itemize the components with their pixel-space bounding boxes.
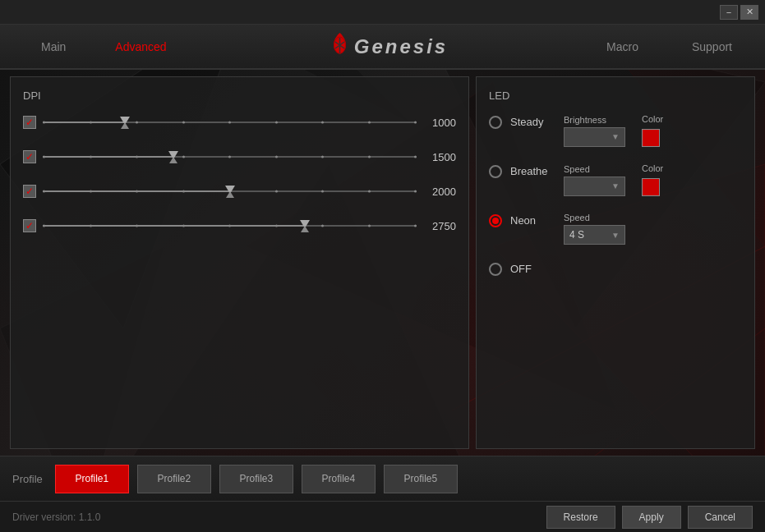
dropdown-arrow-icon: ▼	[611, 231, 620, 240]
breathe-color-label: Color	[642, 163, 663, 173]
slider-dot	[321, 190, 324, 193]
led-neon-row: Neon Speed 4 S ▼	[489, 213, 742, 245]
slider-dot	[414, 225, 417, 227]
dpi-slider-4[interactable]	[43, 218, 417, 234]
profile1-button[interactable]: Profile1	[55, 465, 129, 493]
neon-radio[interactable]	[489, 214, 502, 227]
dropdown-arrow-icon: ▼	[611, 132, 620, 141]
dpi-title: DPI	[23, 89, 456, 102]
driver-version: Driver version: 1.1.0	[12, 511, 100, 523]
slider-dot	[228, 225, 231, 227]
neon-speed-group: Speed 4 S ▼	[564, 213, 742, 245]
profile5-button[interactable]: Profile5	[384, 465, 458, 493]
advanced-nav-button[interactable]: Advanced	[90, 34, 191, 60]
steady-radio[interactable]	[489, 116, 502, 129]
slider-dot	[321, 122, 324, 124]
macro-nav-button[interactable]: Macro	[582, 34, 663, 60]
logo-icon	[325, 31, 354, 62]
slider-dot	[368, 122, 371, 124]
slider-dot	[414, 122, 417, 124]
apply-button[interactable]: Apply	[622, 506, 681, 529]
breathe-speed-group: Speed ▼	[564, 164, 625, 196]
action-buttons: Restore Apply Cancel	[546, 506, 753, 529]
slider-dot	[368, 156, 371, 158]
slider-thumb-bottom	[226, 191, 234, 198]
brightness-label: Brightness	[564, 115, 625, 125]
dpi-row-4: 2750	[23, 218, 456, 234]
dpi-value-4: 2750	[423, 220, 456, 232]
neon-speed-label: Speed	[564, 213, 742, 222]
slider-dot	[43, 225, 45, 227]
breathe-speed-dropdown[interactable]: ▼	[564, 177, 625, 196]
off-label: OFF	[510, 261, 555, 275]
cancel-button[interactable]: Cancel	[688, 506, 753, 529]
slider-dot	[321, 225, 324, 227]
slider-dot	[90, 190, 92, 193]
slider-dot	[275, 190, 278, 193]
steady-label: Steady	[510, 114, 555, 128]
neon-speed-value: 4 S	[569, 229, 584, 241]
dpi-checkbox-4[interactable]	[23, 219, 36, 232]
slider-dot	[321, 156, 324, 158]
slider-dot	[228, 156, 231, 158]
brightness-group: Brightness ▼	[564, 115, 625, 147]
neon-speed-dropdown[interactable]: 4 S ▼	[564, 225, 625, 245]
dpi-slider-3[interactable]	[43, 183, 417, 200]
action-bar: Driver version: 1.1.0 Restore Apply Canc…	[0, 501, 765, 532]
breathe-speed-label: Speed	[564, 164, 625, 174]
dpi-value-1: 1000	[423, 117, 456, 129]
slider-dot	[136, 156, 138, 158]
slider-dot	[414, 156, 417, 158]
breathe-color-swatch[interactable]	[642, 178, 660, 196]
slider-dot	[136, 190, 138, 193]
profile2-button[interactable]: Profile2	[137, 465, 211, 493]
dpi-checkbox-2[interactable]	[23, 150, 36, 163]
slider-dot	[43, 122, 45, 124]
brightness-dropdown[interactable]: ▼	[564, 127, 625, 147]
profile3-button[interactable]: Profile3	[219, 465, 293, 493]
logo-area: Genesis	[263, 31, 509, 62]
restore-button[interactable]: Restore	[546, 506, 615, 529]
steady-controls: Brightness ▼ Color	[564, 114, 742, 147]
dpi-row-3: 2000	[23, 183, 456, 200]
slider-thumb-bottom	[121, 122, 129, 129]
main-nav: Main Advanced Genesis Macro Support	[0, 25, 765, 70]
steady-color-group: Color	[642, 114, 663, 147]
dpi-row-1: 1000	[23, 114, 456, 131]
breathe-radio[interactable]	[489, 165, 502, 178]
slider-dot	[182, 225, 185, 227]
dpi-checkbox-1[interactable]	[23, 116, 36, 129]
off-radio[interactable]	[489, 263, 502, 276]
main-nav-button[interactable]: Main	[16, 34, 90, 60]
steady-color-label: Color	[642, 114, 663, 124]
slider-dot	[90, 122, 92, 124]
dpi-checkbox-3[interactable]	[23, 185, 36, 198]
slider-dot	[136, 122, 138, 124]
led-breathe-row: Breathe Speed ▼ Color	[489, 163, 742, 196]
close-button[interactable]: ✕	[740, 5, 758, 20]
breathe-color-group: Color	[642, 163, 663, 196]
dpi-slider-2[interactable]	[43, 149, 417, 165]
profile-label: Profile	[12, 473, 43, 485]
slider-dot	[90, 156, 92, 158]
slider-dot	[368, 190, 371, 193]
steady-color-swatch[interactable]	[642, 129, 660, 147]
slider-dot	[90, 225, 92, 227]
slider-dot	[414, 190, 417, 193]
dpi-slider-1[interactable]	[43, 114, 417, 131]
title-bar: − ✕	[0, 0, 765, 25]
slider-dot	[182, 156, 185, 158]
profile4-button[interactable]: Profile4	[302, 465, 376, 493]
slider-dot	[275, 156, 278, 158]
led-panel: LED Steady Brightness ▼ Color	[476, 76, 755, 449]
breathe-controls: Speed ▼ Color	[564, 163, 742, 196]
logo-text: Genesis	[354, 35, 448, 58]
support-nav-button[interactable]: Support	[667, 34, 757, 60]
dpi-panel: DPI	[10, 76, 469, 449]
minimize-button[interactable]: −	[720, 5, 738, 20]
slider-dot	[275, 122, 278, 124]
slider-dot	[275, 225, 278, 227]
slider-thumb-bottom	[301, 226, 309, 232]
slider-dot	[43, 190, 45, 193]
led-off-row: OFF	[489, 261, 742, 276]
